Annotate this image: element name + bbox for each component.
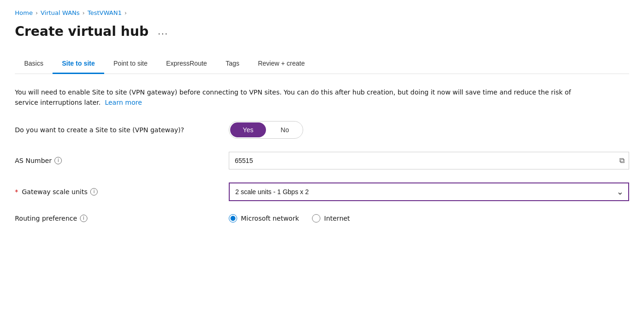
gateway-scale-units-select-wrapper: 1 scale unit - 500 Mbps x 2 2 scale unit… [229, 182, 629, 201]
routing-preference-control: Microsoft network Internet [229, 214, 629, 223]
tab-site-to-site[interactable]: Site to site [53, 54, 104, 74]
tab-point-to-site[interactable]: Point to site [104, 54, 157, 74]
page-title: Create virtual hub [15, 24, 149, 39]
toggle-yes-button[interactable]: Yes [230, 122, 266, 137]
routing-preference-radio-group: Microsoft network Internet [229, 214, 629, 223]
vpn-gateway-row: Do you want to create a Site to site (VP… [15, 121, 629, 139]
as-number-info-icon[interactable]: i [54, 157, 62, 164]
gateway-scale-units-label: Gateway scale units [22, 188, 87, 196]
routing-internet-label[interactable]: Internet [312, 214, 350, 223]
info-text: You will need to enable Site to site (VP… [15, 87, 573, 108]
routing-preference-label-area: Routing preference i [15, 215, 229, 222]
tab-tags[interactable]: Tags [216, 54, 249, 74]
vpn-gateway-label: Do you want to create a Site to site (VP… [15, 126, 229, 134]
tab-nav: Basics Site to site Point to site Expres… [15, 54, 629, 74]
routing-microsoft-radio[interactable] [229, 214, 237, 223]
gateway-scale-units-info-icon[interactable]: i [90, 188, 98, 196]
page-title-area: Create virtual hub ... [15, 24, 629, 39]
routing-preference-label: Routing preference [15, 215, 77, 222]
tab-expressroute[interactable]: ExpressRoute [157, 54, 216, 74]
as-number-input[interactable] [229, 152, 629, 169]
as-number-control: ⧉ [229, 152, 629, 169]
tab-review-create[interactable]: Review + create [249, 54, 314, 74]
gateway-scale-units-select[interactable]: 1 scale unit - 500 Mbps x 2 2 scale unit… [229, 182, 629, 201]
breadcrumb-sep-2: › [82, 10, 85, 16]
routing-preference-info-icon[interactable]: i [80, 215, 87, 222]
vpn-gateway-control: Yes No [229, 121, 629, 139]
learn-more-link[interactable]: Learn more [105, 99, 142, 106]
as-number-row: AS Number i ⧉ [15, 152, 629, 169]
copy-icon[interactable]: ⧉ [619, 156, 624, 165]
routing-preference-row: Routing preference i Microsoft network I… [15, 214, 629, 223]
breadcrumb-sep-3: › [125, 10, 127, 16]
toggle-no-button[interactable]: No [267, 122, 303, 138]
tab-basics[interactable]: Basics [15, 54, 53, 74]
routing-internet-radio[interactable] [312, 214, 320, 223]
breadcrumb: Home › Virtual WANs › TestVWAN1 › [15, 9, 629, 16]
routing-internet-text: Internet [324, 215, 350, 222]
info-text-main: You will need to enable Site to site (VP… [15, 88, 571, 106]
gateway-scale-units-label-area: Gateway scale units i [15, 188, 229, 196]
gateway-scale-units-control: 1 scale unit - 500 Mbps x 2 2 scale unit… [229, 182, 629, 201]
breadcrumb-home[interactable]: Home [15, 9, 33, 16]
more-options-button[interactable]: ... [154, 24, 173, 39]
as-number-label-area: AS Number i [15, 157, 229, 164]
routing-microsoft-label[interactable]: Microsoft network [229, 214, 299, 223]
vpn-gateway-toggle: Yes No [229, 121, 303, 139]
gateway-scale-units-row: Gateway scale units i 1 scale unit - 500… [15, 182, 629, 201]
breadcrumb-virtual-wans[interactable]: Virtual WANs [40, 9, 80, 16]
breadcrumb-sep-1: › [35, 10, 38, 16]
breadcrumb-testvwan1[interactable]: TestVWAN1 [87, 9, 122, 16]
as-number-input-wrapper: ⧉ [229, 152, 629, 169]
as-number-label: AS Number [15, 157, 52, 164]
vpn-gateway-label-text: Do you want to create a Site to site (VP… [15, 126, 184, 134]
routing-microsoft-text: Microsoft network [241, 215, 299, 222]
